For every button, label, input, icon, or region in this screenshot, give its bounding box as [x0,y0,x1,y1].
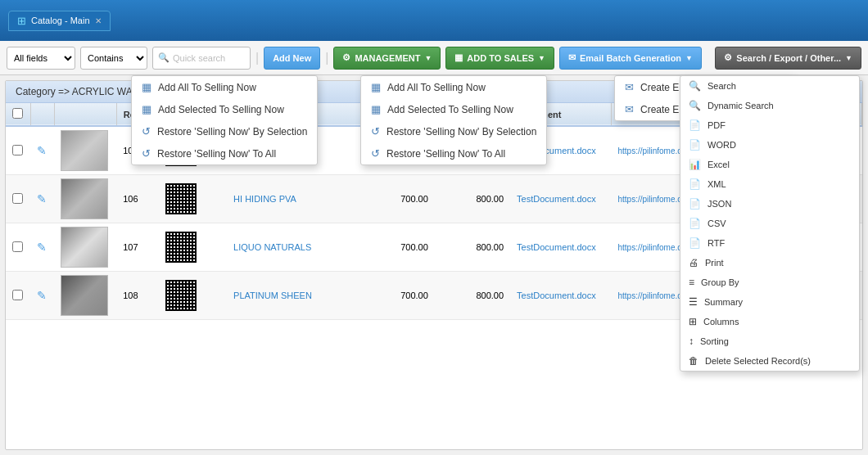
add-to-sales-button[interactable]: ▦ ADD TO SALES ▼ [445,47,554,70]
row3-edit-cell: ✎ [30,223,54,272]
field-select[interactable]: All fields Item Code Item Name Ref [7,47,75,70]
row3-document-link[interactable]: TestDocument.docx [517,242,596,252]
row3-checkbox-cell [6,223,30,272]
print-item[interactable]: 🖨 Print [680,253,859,273]
rtf-item[interactable]: 📄 RTF [680,233,859,253]
email-batch-button[interactable]: ✉ Email Batch Generation ▼ [559,47,702,70]
search-placeholder: Quick search [173,53,225,63]
row4-code-cell [159,272,228,320]
search-item[interactable]: 🔍 Search [680,76,859,96]
summary-icon: ☰ [689,296,698,308]
separator2: | [325,51,328,65]
email-batch-icon2: ✉ [625,103,634,115]
management-restore-by-sel-item[interactable]: ↺ Restore 'Selling Now' By Selection [132,120,317,142]
row4-edit-icon[interactable]: ✎ [37,289,47,302]
row3-image-cell [54,223,116,272]
restore-all-icon2: ↺ [371,147,380,160]
header-img-col [54,103,116,126]
row4-quote-price-cell: 800.00 [435,272,510,320]
row2-checkbox[interactable] [12,193,23,204]
row4-document-link[interactable]: TestDocument.docx [517,291,596,300]
sales-add-selected-item[interactable]: ▦ Add Selected To Selling Now [361,98,546,120]
dynamic-search-icon: 🔍 [689,100,701,111]
sorting-item[interactable]: ↕ Sorting [680,331,859,351]
search-export-label: Search / Export / Other... [736,53,841,63]
row4-name-cell: PLATINUM SHEEN [227,272,361,320]
management-add-selected-item[interactable]: ▦ Add Selected To Selling Now [132,98,317,120]
word-label: WORD [708,140,736,150]
sales-add-all-item[interactable]: ▦ Add All To Selling Now [361,76,546,98]
quick-search-box[interactable]: 🔍 Quick search [152,47,251,70]
management-label: MANAGEMENT [355,53,420,63]
word-item[interactable]: 📄 WORD [680,135,859,155]
add-new-label: Add New [273,53,311,63]
group-by-item[interactable]: ≡ Group By [680,273,859,292]
management-button[interactable]: ⚙ MANAGEMENT ▼ [333,47,441,70]
management-dropdown: ▦ Add All To Selling Now ▦ Add Selected … [131,75,318,165]
row1-edit-icon[interactable]: ✎ [37,144,47,157]
search-export-button[interactable]: ⚙ Search / Export / Other... ▼ [715,47,861,70]
tab-close-icon[interactable]: ✕ [95,16,102,25]
columns-label: Columns [703,317,739,327]
excel-icon: 📊 [689,159,701,170]
sorting-label: Sorting [700,336,729,346]
row3-edit-icon[interactable]: ✎ [37,241,47,254]
top-bar: ⊞ Catalog - Main ✕ [0,0,868,41]
add-new-button[interactable]: Add New [264,47,320,70]
management-restore-all-item[interactable]: ↺ Restore 'Selling Now' To All [132,142,317,164]
table-icon: ▦ [454,52,463,63]
row4-checkbox[interactable] [12,290,23,300]
sales-restore-by-sel-label: Restore 'Selling Now' By Selection [387,126,536,137]
grid-icon: ⊞ [17,15,26,27]
csv-icon: 📄 [689,218,701,229]
summary-item[interactable]: ☰ Summary [680,292,859,312]
row3-code-cell [159,223,228,272]
catalog-main-tab[interactable]: ⊞ Catalog - Main ✕ [8,11,111,31]
table-icon: ▦ [142,81,151,93]
row2-image [61,178,108,219]
header-edit-col [30,103,54,126]
row2-edit-icon[interactable]: ✎ [37,192,47,205]
row3-document-cell: TestDocument.docx [510,223,611,272]
row3-checkbox[interactable] [12,241,23,252]
row1-edit-cell: ✎ [30,126,54,175]
search-menu-icon: 🔍 [689,80,701,92]
dynamic-search-item[interactable]: 🔍 Dynamic Search [680,96,859,115]
columns-item[interactable]: ⊞ Columns [680,312,859,331]
word-icon: 📄 [689,139,701,151]
row2-document-link[interactable]: TestDocument.docx [517,194,596,204]
excel-item[interactable]: 📊 Excel [680,155,859,174]
csv-item[interactable]: 📄 CSV [680,214,859,233]
json-item[interactable]: 📄 JSON [680,194,859,214]
row3-ref: 107 [123,242,138,252]
row4-name-link[interactable]: PLATINUM SHEEN [233,291,312,300]
search-label: Search [708,81,736,91]
sales-restore-all-item[interactable]: ↺ Restore 'Selling Now' To All [361,142,546,164]
row1-image [61,130,108,171]
tab-label: Catalog - Main [31,16,90,25]
restore-all-icon: ↺ [142,147,151,160]
summary-label: Summary [704,297,743,307]
pdf-item[interactable]: 📄 PDF [680,115,859,135]
sales-restore-by-sel-item[interactable]: ↺ Restore 'Selling Now' By Selection [361,120,546,142]
row3-name-link[interactable]: LIQUO NATURALS [233,242,311,252]
row4-ref: 108 [123,291,138,300]
row1-checkbox[interactable] [12,145,23,155]
search-export-icon: ⚙ [724,52,732,63]
main-wrapper: ⊞ Catalog - Main ✕ All fields Item Code … [0,0,868,455]
print-icon: 🖨 [689,257,698,268]
search-export-caret-icon: ▼ [845,54,852,62]
management-caret-icon: ▼ [424,54,432,62]
row3-ref-cell: 107 [116,223,158,272]
row2-name-link[interactable]: HI HIDING PVA [233,194,296,204]
select-all-checkbox[interactable] [12,108,23,119]
delete-records-item[interactable]: 🗑 Delete Selected Record(s) [680,351,859,371]
excel-label: Excel [708,160,730,169]
xml-item[interactable]: 📄 XML [680,174,859,194]
add-to-sales-dropdown: ▦ Add All To Selling Now ▦ Add Selected … [360,75,547,165]
condition-select[interactable]: Contains Equals Starts with [80,47,147,70]
row2-code-cell [159,175,228,223]
row2-sales-price: 700.00 [400,194,428,204]
restore-icon2: ↺ [371,125,380,137]
management-add-all-item[interactable]: ▦ Add All To Selling Now [132,76,317,98]
